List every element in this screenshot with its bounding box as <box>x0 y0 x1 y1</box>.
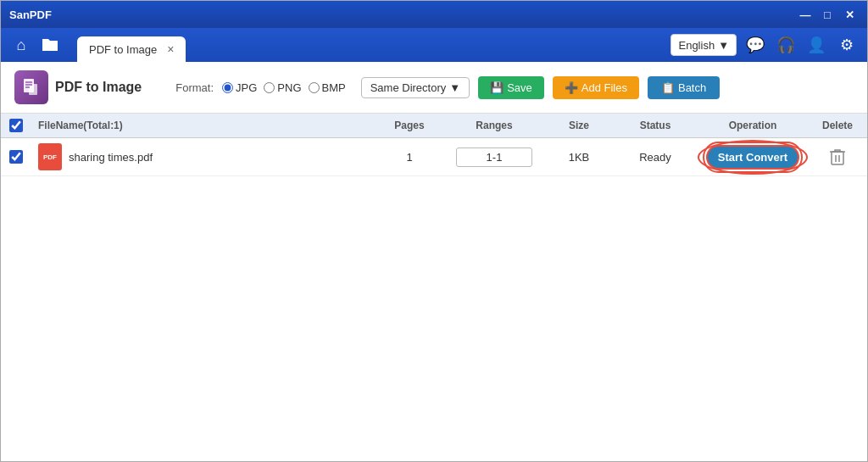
start-convert-button[interactable]: Start Convert <box>706 145 799 170</box>
row-checkbox[interactable] <box>9 150 23 164</box>
folder-icon[interactable] <box>38 33 62 57</box>
tab-bar: ⌂ PDF to Image × English ▼ 💬 🎧 👤 ⚙ <box>1 28 867 62</box>
file-pdf-icon: PDF <box>38 143 62 170</box>
nav-icons: ⌂ <box>9 33 62 62</box>
row-checkbox-cell <box>1 150 31 164</box>
header-operation: Operation <box>698 120 808 131</box>
delete-button[interactable] <box>808 148 867 166</box>
row-pages: 1 <box>376 151 443 164</box>
language-dropdown-arrow: ▼ <box>718 39 729 52</box>
row-filename-cell: PDF sharing times.pdf <box>31 143 376 170</box>
svg-rect-2 <box>832 152 843 164</box>
table-header: FileName(Total:1) Pages Ranges Size Stat… <box>1 114 867 138</box>
directory-label: Same Directory <box>370 81 447 94</box>
header-ranges: Ranges <box>443 120 545 131</box>
add-icon: ➕ <box>565 81 578 94</box>
header-filename: FileName(Total:1) <box>31 120 376 131</box>
home-icon[interactable]: ⌂ <box>9 33 33 57</box>
header-delete: Delete <box>808 120 867 131</box>
settings-icon[interactable]: ⚙ <box>835 33 859 57</box>
file-table: FileName(Total:1) Pages Ranges Size Stat… <box>1 114 867 461</box>
pdf-to-image-tab[interactable]: PDF to Image × <box>77 36 186 62</box>
header-status: Status <box>613 120 698 131</box>
row-size: 1KB <box>545 151 613 164</box>
format-png-radio[interactable] <box>264 82 275 93</box>
pdf-icon-label: PDF <box>43 153 57 161</box>
row-filename: sharing times.pdf <box>69 151 153 164</box>
row-delete-cell <box>808 148 867 166</box>
language-selector[interactable]: English ▼ <box>670 34 737 56</box>
format-jpg-option[interactable]: JPG <box>222 81 257 94</box>
pdf-to-image-icon <box>14 70 48 104</box>
save-icon: 💾 <box>490 81 504 94</box>
headphone-icon[interactable]: 🎧 <box>774 33 798 57</box>
language-label: English <box>678 39 715 52</box>
chat-icon[interactable]: 💬 <box>743 33 767 57</box>
tab-label: PDF to Image <box>89 43 157 56</box>
format-png-label: PNG <box>277 81 301 94</box>
directory-selector[interactable]: Same Directory ▼ <box>361 77 470 98</box>
app-title: SanPDF <box>9 8 796 21</box>
header-right: English ▼ 💬 🎧 👤 ⚙ <box>670 33 859 62</box>
toolbar: PDF to Image Format: JPG PNG BMP Same Di… <box>1 62 867 114</box>
main-window: SanPDF — □ ✕ ⌂ PDF to Image × English ▼ <box>0 0 868 462</box>
page-title: PDF to Image <box>55 80 142 95</box>
format-options: JPG PNG BMP <box>222 81 346 94</box>
start-convert-wrapper: Start Convert <box>706 145 799 170</box>
header-size: Size <box>545 120 613 131</box>
batch-label: Batch <box>678 81 706 94</box>
format-label: Format: <box>175 81 214 94</box>
table-row: PDF sharing times.pdf 1 1KB Ready Start … <box>1 138 867 176</box>
format-bmp-option[interactable]: BMP <box>309 81 346 94</box>
save-button[interactable]: 💾 Save <box>478 76 544 99</box>
row-status: Ready <box>613 151 698 164</box>
row-operation-cell: Start Convert <box>698 145 808 170</box>
format-bmp-radio[interactable] <box>309 82 320 93</box>
format-bmp-label: BMP <box>322 81 346 94</box>
title-bar: SanPDF — □ ✕ <box>1 1 867 28</box>
row-ranges-input[interactable] <box>456 148 532 167</box>
maximize-button[interactable]: □ <box>818 5 837 24</box>
content-area: PDF to Image Format: JPG PNG BMP Same Di… <box>1 62 867 461</box>
format-jpg-radio[interactable] <box>222 82 233 93</box>
header-pages: Pages <box>376 120 443 131</box>
save-label: Save <box>507 81 532 94</box>
add-files-button[interactable]: ➕ Add Files <box>553 76 639 99</box>
header-checkbox-cell <box>1 119 31 132</box>
batch-button[interactable]: 📋 Batch <box>648 76 720 99</box>
directory-arrow: ▼ <box>449 81 460 94</box>
user-icon[interactable]: 👤 <box>804 33 828 57</box>
tab-close-button[interactable]: × <box>167 42 174 56</box>
page-icon-label: PDF to Image <box>14 70 142 104</box>
minimize-button[interactable]: — <box>796 5 815 24</box>
row-ranges-cell <box>443 148 545 167</box>
window-controls: — □ ✕ <box>796 5 859 24</box>
format-jpg-label: JPG <box>236 81 257 94</box>
add-files-label: Add Files <box>581 81 627 94</box>
select-all-checkbox[interactable] <box>9 119 23 132</box>
close-button[interactable]: ✕ <box>840 5 859 24</box>
svg-rect-1 <box>29 84 37 95</box>
format-png-option[interactable]: PNG <box>264 81 301 94</box>
batch-icon: 📋 <box>661 81 675 94</box>
